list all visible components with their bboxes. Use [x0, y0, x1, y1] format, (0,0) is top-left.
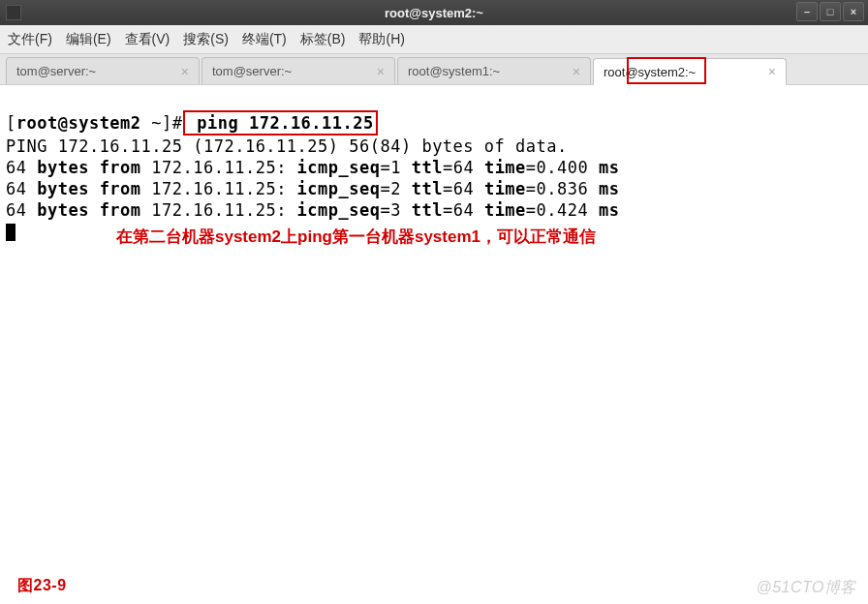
menu-file[interactable]: 文件(F): [8, 31, 52, 48]
reply-ttl-eq: =64: [443, 200, 484, 220]
reply-bytes-from: bytes from: [37, 179, 140, 198]
reply-time-key: time: [484, 179, 526, 198]
reply-bytes-from: bytes from: [37, 200, 140, 220]
window-controls: – □ ×: [796, 2, 864, 21]
tab-root-system2[interactable]: root@system2:~ ×: [593, 58, 787, 85]
app-icon: [6, 5, 21, 20]
reply-seq-key: icmp_seq: [297, 179, 381, 198]
menu-tabs[interactable]: 标签(B): [300, 31, 346, 48]
cursor: [6, 224, 16, 241]
reply-ms: ms: [599, 200, 619, 220]
reply-time-eq: =0.400: [526, 158, 599, 177]
maximize-button[interactable]: □: [820, 2, 841, 21]
command-text: ping 172.16.11.25: [187, 113, 374, 133]
menu-search[interactable]: 搜索(S): [183, 31, 229, 48]
menu-help[interactable]: 帮助(H): [358, 31, 404, 48]
prompt-user: root@system2: [16, 113, 141, 133]
tab-label: root@system1:~: [408, 64, 500, 78]
tab-root-system1[interactable]: root@system1:~ ×: [397, 57, 591, 84]
reply-prefix: 64: [6, 179, 37, 198]
prompt-open: [: [6, 113, 16, 133]
tab-label: tom@server:~: [16, 64, 96, 78]
menu-terminal[interactable]: 终端(T): [242, 31, 287, 48]
tab-label: root@system2:~: [604, 65, 696, 79]
reply-prefix: 64: [6, 158, 37, 177]
reply-ttl-key: ttl: [412, 158, 443, 177]
prompt-path: ~]#: [141, 113, 183, 133]
reply-ttl-key: ttl: [412, 179, 443, 198]
reply-bytes-from: bytes from: [37, 158, 140, 177]
terminal-output[interactable]: [root@system2 ~]# ping 172.16.11.25 PING…: [0, 85, 868, 604]
reply-prefix: 64: [6, 200, 37, 220]
ping-header: PING 172.16.11.25 (172.16.11.25) 56(84) …: [6, 136, 568, 156]
reply-time-key: time: [484, 200, 526, 220]
ping-command-highlight: ping 172.16.11.25: [183, 110, 378, 136]
reply-time-eq: =0.836: [526, 179, 599, 198]
reply-seq-eq: =3: [381, 200, 412, 220]
reply-time-key: time: [484, 158, 526, 177]
watermark: @51CTO博客: [756, 577, 856, 598]
reply-seq-eq: =2: [381, 179, 412, 198]
reply-ip: 172.16.11.25:: [141, 179, 297, 198]
close-icon[interactable]: ×: [377, 64, 385, 79]
close-icon[interactable]: ×: [573, 64, 580, 79]
tabbar: tom@server:~ × tom@server:~ × root@syste…: [0, 54, 868, 85]
reply-ttl-eq: =64: [443, 158, 484, 177]
reply-ttl-eq: =64: [443, 179, 484, 198]
menu-view[interactable]: 查看(V): [125, 31, 170, 48]
reply-seq-key: icmp_seq: [297, 200, 381, 220]
tab-label: tom@server:~: [212, 64, 292, 78]
close-button[interactable]: ×: [843, 2, 864, 21]
figure-label: 图23-9: [17, 575, 67, 596]
reply-ms: ms: [599, 158, 619, 177]
titlebar: root@system2:~ – □ ×: [0, 0, 868, 25]
reply-time-eq: =0.424: [526, 200, 599, 220]
close-icon[interactable]: ×: [181, 64, 189, 79]
annotation-text: 在第二台机器system2上ping第一台机器system1，可以正常通信: [116, 226, 596, 248]
tab-tom-server-2[interactable]: tom@server:~ ×: [202, 57, 395, 84]
reply-ttl-key: ttl: [412, 200, 443, 220]
reply-ip: 172.16.11.25:: [141, 158, 297, 177]
reply-seq-key: icmp_seq: [297, 158, 381, 177]
minimize-button[interactable]: –: [796, 2, 818, 21]
menubar: 文件(F) 编辑(E) 查看(V) 搜索(S) 终端(T) 标签(B) 帮助(H…: [0, 25, 868, 54]
menu-edit[interactable]: 编辑(E): [66, 31, 111, 48]
tab-tom-server-1[interactable]: tom@server:~ ×: [6, 57, 200, 84]
reply-ms: ms: [599, 179, 619, 198]
reply-seq-eq: =1: [381, 158, 412, 177]
reply-ip: 172.16.11.25:: [141, 200, 297, 220]
window-title: root@system2:~: [385, 6, 483, 20]
close-icon[interactable]: ×: [768, 64, 776, 79]
